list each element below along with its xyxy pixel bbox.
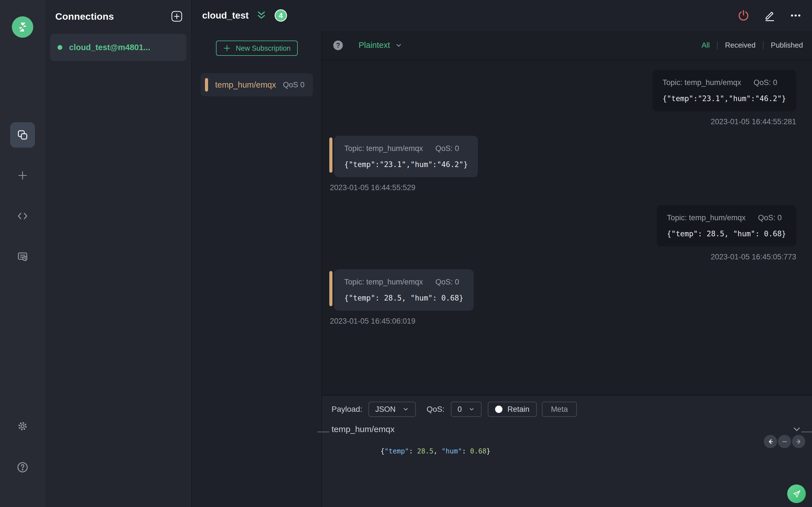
filter-divider <box>717 41 718 49</box>
message-qos: QoS: 0 <box>435 278 459 286</box>
connections-title: Connections <box>55 11 114 22</box>
payload-token: , <box>434 447 442 455</box>
chevron-down-icon <box>469 406 475 412</box>
message-payload: {"temp": 28.5, "hum": 0.68} <box>667 230 786 238</box>
filter-all[interactable]: All <box>702 41 710 50</box>
chevron-down-icon <box>395 42 402 49</box>
message-timestamp: 2023-01-05 16:44:55:281 <box>711 117 796 126</box>
message-filters: All Received Published <box>702 41 803 50</box>
log-file-icon <box>17 251 29 263</box>
publish-panel: Payload: JSON QoS: 0 <box>322 395 812 507</box>
history-next-button[interactable] <box>792 435 805 448</box>
resize-handle[interactable] <box>317 432 329 432</box>
publish-topic-row <box>332 424 802 434</box>
messages-panel: ? Plaintext All Received Published <box>321 31 812 507</box>
message-bubble-area: Topic: temp_hum/emqx QoS: 0 {"temp":"23.… <box>652 70 796 111</box>
payload-history-nav <box>764 435 805 448</box>
message-topic: Topic: temp_hum/emqx <box>667 214 746 222</box>
message-payload: {"temp":"23.1","hum":"46.2"} <box>344 160 468 169</box>
history-prev-button[interactable] <box>764 435 777 448</box>
message-qos: QoS: 0 <box>754 78 777 87</box>
payload-token: "hum" <box>442 447 462 455</box>
mqttx-logo-icon[interactable] <box>12 16 33 38</box>
payload-format-select[interactable]: Plaintext <box>359 41 402 50</box>
qos-dropdown[interactable]: 0 <box>451 402 481 417</box>
code-icon <box>17 210 29 222</box>
sidebar-item-settings[interactable] <box>10 413 35 439</box>
received-message: Topic: temp_hum/emqx QoS: 0 {"temp":"23.… <box>329 136 796 192</box>
qos-selected: 0 <box>458 405 462 414</box>
subscription-item[interactable]: temp_hum/emqx QoS 0 <box>200 73 313 96</box>
publish-toolbar: Payload: JSON QoS: 0 <box>332 402 802 417</box>
sidebar-item-log[interactable] <box>10 244 35 269</box>
message-payload: {"temp": 28.5, "hum": 0.68} <box>344 294 463 302</box>
meta-button[interactable]: Meta <box>542 402 577 417</box>
payload-help-icon[interactable]: ? <box>333 41 343 50</box>
sidebar-item-script[interactable] <box>10 203 35 229</box>
payload-format-dropdown[interactable]: JSON <box>368 402 416 417</box>
send-button[interactable] <box>787 485 806 503</box>
new-subscription-button[interactable]: New Subscription <box>216 41 298 56</box>
message-timestamp: 2023-01-05 16:45:05:773 <box>711 252 796 262</box>
published-message: Topic: temp_hum/emqx QoS: 0 {"temp": 28.… <box>329 205 796 262</box>
edit-connection-button[interactable] <box>763 9 776 22</box>
more-options-button[interactable] <box>790 9 802 22</box>
payload-label: Payload: <box>332 405 362 414</box>
sidebar-nav <box>10 122 35 269</box>
add-connection-button[interactable] <box>170 10 183 22</box>
message-qos: QoS: 0 <box>758 214 781 222</box>
history-clear-button[interactable] <box>778 435 791 448</box>
resize-handle[interactable] <box>801 432 812 432</box>
received-message: Topic: temp_hum/emqx QoS: 0 {"temp": 28.… <box>329 269 796 326</box>
connection-header: cloud_test 4 <box>192 0 812 31</box>
payload-token: { <box>380 447 384 455</box>
payload-token: : <box>409 447 417 455</box>
filter-published[interactable]: Published <box>771 41 803 50</box>
payload-format-selected: JSON <box>375 405 396 414</box>
payload-token: 28.5 <box>417 447 434 455</box>
connection-name: cloud_test@m4801... <box>69 43 150 52</box>
connection-list-item[interactable]: cloud_test@m4801... <box>50 34 186 61</box>
disconnect-button[interactable] <box>737 9 750 22</box>
collapse-publish-icon[interactable] <box>792 424 802 434</box>
subscription-topic: temp_hum/emqx <box>215 80 276 90</box>
unread-count-badge: 4 <box>274 9 287 22</box>
payload-token: 0.68 <box>470 447 486 455</box>
message-topic: Topic: temp_hum/emqx <box>344 278 423 286</box>
retain-radio-dot <box>495 406 502 413</box>
collapse-panel-icon[interactable] <box>256 11 267 20</box>
topic-input[interactable] <box>332 425 792 434</box>
filter-divider <box>763 41 763 49</box>
message-bubble-area: Topic: temp_hum/emqx QoS: 0 {"temp":"23.… <box>329 136 478 177</box>
subscription-color-bar <box>205 78 208 92</box>
retain-toggle[interactable]: Retain <box>488 402 537 417</box>
filter-received[interactable]: Received <box>725 41 755 50</box>
subscription-qos: QoS 0 <box>283 80 305 89</box>
sidebar-item-connections[interactable] <box>10 122 35 148</box>
subscription-list: temp_hum/emqx QoS 0 <box>192 73 321 96</box>
sidebar-item-help[interactable] <box>10 455 35 480</box>
published-message: Topic: temp_hum/emqx QoS: 0 {"temp":"23.… <box>329 70 796 126</box>
message-list[interactable]: Topic: temp_hum/emqx QoS: 0 {"temp":"23.… <box>322 60 812 395</box>
connection-title: cloud_test <box>202 10 249 21</box>
message-bubble[interactable]: Topic: temp_hum/emqx QoS: 0 {"temp": 28.… <box>657 205 796 246</box>
message-topic: Topic: temp_hum/emqx <box>663 78 741 87</box>
messages-toolbar: ? Plaintext All Received Published <box>322 31 812 60</box>
message-meta: Topic: temp_hum/emqx QoS: 0 <box>667 214 786 222</box>
message-bubble[interactable]: Topic: temp_hum/emqx QoS: 0 {"temp": 28.… <box>334 269 474 311</box>
message-bubble[interactable]: Topic: temp_hum/emqx QoS: 0 {"temp":"23.… <box>334 136 478 177</box>
sidebar-bottom <box>10 413 35 480</box>
payload-editor[interactable]: {"temp": 28.5, "hum": 0.68} <box>332 439 802 463</box>
connection-view: cloud_test 4 <box>192 0 812 507</box>
connections-header: Connections <box>45 0 192 22</box>
connections-list: cloud_test@m4801... <box>45 34 192 61</box>
plus-icon <box>17 170 28 181</box>
sidebar-item-new-connection[interactable] <box>10 163 35 188</box>
icon-sidebar <box>0 0 45 507</box>
paper-plane-icon <box>792 489 801 499</box>
connections-panel: Connections cloud_test@m4801... <box>45 0 192 507</box>
message-bubble[interactable]: Topic: temp_hum/emqx QoS: 0 {"temp":"23.… <box>652 70 796 111</box>
mqttx-app: Connections cloud_test@m4801... cloud_te… <box>0 0 812 507</box>
message-meta: Topic: temp_hum/emqx QoS: 0 <box>344 278 463 286</box>
payload-token: : <box>462 447 470 455</box>
